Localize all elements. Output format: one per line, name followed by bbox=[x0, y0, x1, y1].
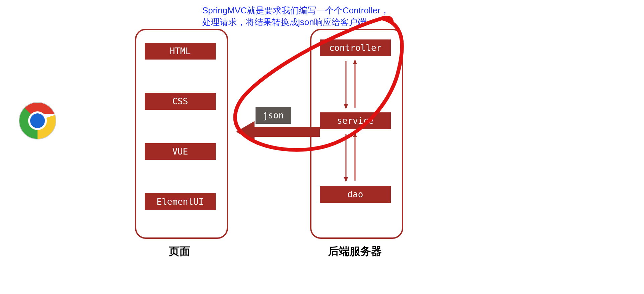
frontend-item-label: CSS bbox=[172, 96, 188, 106]
backend-item-label: dao bbox=[348, 189, 363, 199]
frontend-item-label: VUE bbox=[172, 146, 188, 157]
svg-point-6 bbox=[30, 113, 45, 128]
frontend-title: 页面 bbox=[169, 244, 190, 259]
hand-drawn-circle bbox=[224, 13, 412, 157]
frontend-item-elementui: ElementUI bbox=[145, 193, 216, 210]
frontend-item-vue: VUE bbox=[145, 143, 216, 160]
backend-item-dao: dao bbox=[320, 186, 391, 203]
frontend-item-label: HTML bbox=[170, 46, 191, 56]
frontend-item-label: ElementUI bbox=[157, 197, 204, 207]
frontend-item-html: HTML bbox=[145, 43, 216, 60]
backend-title: 后端服务器 bbox=[328, 244, 382, 259]
frontend-item-css: CSS bbox=[145, 93, 216, 110]
svg-marker-13 bbox=[344, 177, 348, 182]
chrome-icon bbox=[17, 101, 58, 142]
